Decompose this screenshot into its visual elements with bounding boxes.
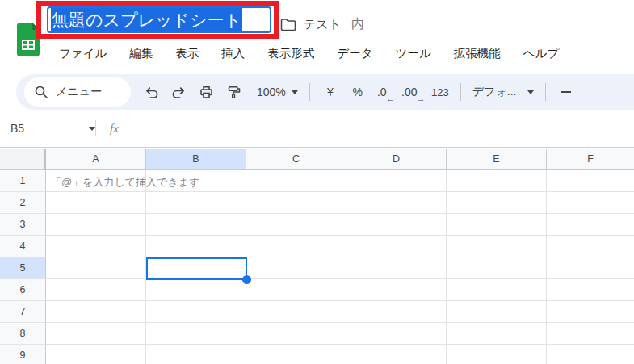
decrease-decimal-icon: .0 ← bbox=[377, 86, 393, 98]
name-box[interactable]: B5 bbox=[0, 122, 95, 135]
fill-handle[interactable] bbox=[242, 275, 251, 284]
menu-item[interactable]: 編集 bbox=[129, 46, 153, 61]
menu-item[interactable]: 表示 bbox=[175, 46, 199, 61]
spreadsheet-title-input[interactable]: 無題のスプレッドシート bbox=[47, 6, 271, 33]
row-header[interactable]: 6 bbox=[0, 279, 46, 301]
column-header[interactable]: B bbox=[146, 149, 246, 170]
a1-placeholder-hint: 「@」を入力して挿入できます bbox=[51, 175, 199, 190]
toolbar-separator bbox=[545, 83, 546, 101]
paint-format-button[interactable] bbox=[220, 79, 247, 105]
menu-item[interactable]: ヘルプ bbox=[523, 46, 560, 61]
menu-search-placeholder: メニュー bbox=[56, 85, 102, 99]
column-header[interactable]: E bbox=[447, 149, 547, 170]
toolbar-separator bbox=[309, 83, 310, 101]
spreadsheet-grid: ABCDEF 123456789 「@」を入力して挿入できます bbox=[0, 149, 634, 364]
font-name-value: デフォ... bbox=[472, 85, 517, 99]
row-headers: 123456789 bbox=[0, 170, 46, 364]
toolbar-separator bbox=[460, 83, 461, 101]
menu-bar: ファイル編集表示挿入表示形式データツール拡張機能ヘルプ bbox=[59, 43, 559, 64]
column-headers: ABCDEF bbox=[46, 149, 634, 170]
search-icon bbox=[34, 85, 48, 99]
column-header[interactable]: D bbox=[346, 149, 447, 170]
sheets-logo-icon[interactable] bbox=[15, 21, 42, 58]
folder-icon bbox=[280, 18, 296, 31]
selected-cell-outline bbox=[146, 257, 247, 280]
undo-icon bbox=[144, 85, 159, 100]
caret-down-icon bbox=[527, 90, 534, 94]
menu-item[interactable]: 表示形式 bbox=[267, 46, 314, 61]
row-header[interactable]: 5 bbox=[0, 257, 46, 279]
fx-icon: fx bbox=[110, 122, 119, 136]
column-header[interactable]: C bbox=[246, 149, 346, 170]
format-percent-button[interactable]: % bbox=[344, 79, 372, 105]
decrease-decimal-button[interactable]: .0 ← bbox=[372, 79, 399, 105]
row-header[interactable]: 2 bbox=[0, 192, 46, 214]
minus-icon bbox=[561, 91, 571, 93]
number-format-button[interactable]: 123 bbox=[426, 79, 454, 105]
menu-search-field[interactable]: メニュー bbox=[24, 77, 131, 107]
increase-decimal-icon: .00 → bbox=[401, 86, 423, 98]
font-size-decrease-button[interactable] bbox=[552, 79, 580, 105]
menu-item[interactable]: データ bbox=[337, 46, 372, 61]
row-header[interactable]: 8 bbox=[0, 323, 46, 345]
cells-area[interactable]: 「@」を入力して挿入できます bbox=[46, 170, 634, 364]
formula-bar-separator bbox=[95, 120, 96, 136]
row-header[interactable]: 9 bbox=[0, 345, 46, 364]
menu-item[interactable]: ファイル bbox=[59, 46, 107, 61]
percent-icon: % bbox=[353, 86, 363, 98]
redo-icon bbox=[171, 85, 187, 100]
format-currency-button[interactable]: ¥ bbox=[317, 79, 344, 105]
paint-roller-icon bbox=[226, 85, 241, 100]
row-header[interactable]: 3 bbox=[0, 214, 46, 236]
menu-item[interactable]: 拡張機能 bbox=[454, 46, 501, 61]
select-all-corner[interactable] bbox=[0, 149, 46, 170]
google-sheets-app: 無題のスプレッドシート テスト 内 ファイル編集表示挿入表示形式データツール拡張… bbox=[0, 0, 634, 364]
folder-location[interactable]: テスト 内 bbox=[280, 16, 364, 33]
currency-icon: ¥ bbox=[327, 86, 334, 98]
print-button[interactable] bbox=[192, 79, 220, 105]
undo-button[interactable] bbox=[137, 79, 165, 105]
row-header[interactable]: 7 bbox=[0, 301, 46, 323]
number-format-icon: 123 bbox=[431, 86, 449, 98]
caret-down-icon bbox=[292, 90, 298, 94]
increase-decimal-button[interactable]: .00 → bbox=[399, 79, 426, 105]
column-header[interactable]: F bbox=[547, 149, 634, 170]
folder-suffix: 内 bbox=[351, 16, 364, 33]
menu-item[interactable]: ツール bbox=[396, 46, 431, 61]
font-select[interactable]: デフォ... bbox=[468, 79, 539, 105]
zoom-value: 100% bbox=[257, 86, 286, 98]
redo-button[interactable] bbox=[165, 79, 192, 105]
formula-bar-row: B5 fx bbox=[0, 110, 634, 148]
folder-name: テスト bbox=[304, 17, 341, 32]
zoom-select[interactable]: 100% bbox=[252, 79, 303, 105]
menu-item[interactable]: 挿入 bbox=[221, 46, 245, 61]
toolbar: メニュー bbox=[16, 74, 634, 110]
spreadsheet-title-text: 無題のスプレッドシート bbox=[51, 8, 242, 31]
column-header[interactable]: A bbox=[46, 149, 146, 170]
caret-down-icon bbox=[89, 127, 95, 131]
row-header[interactable]: 1 bbox=[0, 170, 46, 192]
row-header[interactable]: 4 bbox=[0, 236, 46, 257]
name-box-value: B5 bbox=[10, 122, 83, 135]
print-icon bbox=[199, 85, 214, 100]
